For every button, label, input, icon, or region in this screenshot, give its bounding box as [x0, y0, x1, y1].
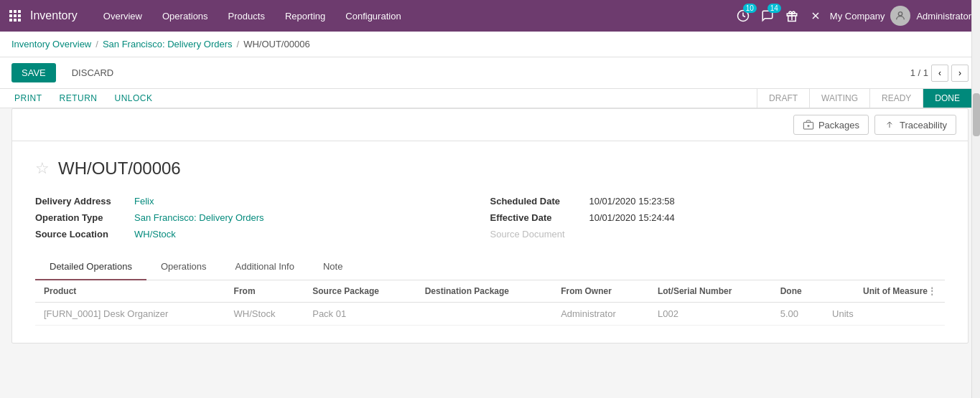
- svg-rect-6: [9, 19, 12, 22]
- effective-date-row: Effective Date 10/01/2020 15:24:44: [490, 212, 946, 223]
- record-title-row: ☆ WH/OUT/00006: [35, 158, 945, 179]
- delivery-address-label: Delivery Address: [35, 196, 129, 207]
- messages-badge: 14: [767, 4, 781, 13]
- col-lot-serial: Lot/Serial Number: [649, 280, 772, 303]
- pagination-text: 1 / 1: [910, 67, 928, 78]
- activity-badge: 10: [743, 4, 757, 13]
- packages-label: Packages: [818, 120, 859, 131]
- svg-rect-1: [14, 10, 17, 13]
- menu-reporting[interactable]: Reporting: [276, 6, 334, 26]
- main-content: Packages Traceability ☆ WH/OUT/00006: [0, 108, 980, 355]
- tab-detailed-operations[interactable]: Detailed Operations: [35, 254, 146, 280]
- form-grid: Delivery Address Felix Operation Type Sa…: [35, 196, 945, 240]
- tab-additional-info[interactable]: Additional Info: [221, 254, 309, 280]
- tab-note[interactable]: Note: [309, 254, 357, 280]
- scheduled-date-label: Scheduled Date: [490, 196, 584, 207]
- app-name: Inventory: [30, 9, 78, 22]
- messages-icon-btn[interactable]: 14: [758, 6, 777, 25]
- svg-rect-2: [18, 10, 21, 13]
- pagination: 1 / 1 ‹ ›: [910, 65, 969, 82]
- operations-table: Product From Source Package Destination …: [35, 280, 945, 326]
- form-left: Delivery Address Felix Operation Type Sa…: [35, 196, 490, 240]
- scheduled-date-row: Scheduled Date 10/01/2020 15:23:58: [490, 196, 946, 207]
- activity-icon-btn[interactable]: 10: [734, 6, 752, 25]
- status-done[interactable]: DONE: [923, 89, 971, 108]
- svg-rect-7: [14, 19, 17, 22]
- source-document-row: Source Document: [490, 229, 946, 240]
- col-product: Product: [35, 280, 225, 303]
- record-title: WH/OUT/00006: [58, 158, 181, 179]
- breadcrumb-delivery[interactable]: San Francisco: Delivery Orders: [103, 39, 233, 49]
- col-done: Done: [772, 280, 823, 303]
- packages-icon: [803, 119, 814, 131]
- effective-date-label: Effective Date: [490, 212, 584, 223]
- navbar-right: 10 14 My Company Administrator: [734, 6, 971, 26]
- status-ready[interactable]: READY: [869, 89, 923, 108]
- svg-point-14: [899, 12, 902, 16]
- operation-type-row: Operation Type San Francisco: Delivery O…: [35, 212, 490, 223]
- col-destination-package: Destination Package: [416, 280, 552, 303]
- packages-button[interactable]: Packages: [793, 115, 869, 135]
- return-button[interactable]: RETURN: [51, 89, 106, 108]
- svg-rect-0: [9, 10, 12, 13]
- breadcrumb-current: WH/OUT/00006: [243, 39, 309, 49]
- col-unit: Unit of Measure ⋮: [823, 280, 945, 303]
- navbar-menu: Overview Operations Products Reporting C…: [95, 6, 734, 26]
- menu-configuration[interactable]: Configuration: [337, 6, 409, 26]
- svg-rect-4: [14, 14, 17, 17]
- admin-name[interactable]: Administrator: [916, 11, 971, 22]
- breadcrumb-inventory[interactable]: Inventory Overview: [11, 39, 91, 49]
- form-right: Scheduled Date 10/01/2020 15:23:58 Effec…: [490, 196, 946, 240]
- col-from: From: [225, 280, 304, 303]
- tab-operations[interactable]: Operations: [146, 254, 221, 280]
- source-location-row: Source Location WH/Stock: [35, 229, 490, 240]
- action-bar: SAVE DISCARD 1 / 1 ‹ ›: [0, 57, 980, 89]
- col-from-owner: From Owner: [552, 280, 649, 303]
- table-menu-icon[interactable]: ⋮: [928, 286, 936, 296]
- source-document-label: Source Document: [490, 229, 584, 240]
- operation-type-label: Operation Type: [35, 212, 129, 223]
- pagination-next[interactable]: ›: [951, 65, 969, 82]
- breadcrumb: Inventory Overview / San Francisco: Deli…: [0, 32, 980, 57]
- menu-products[interactable]: Products: [220, 6, 274, 26]
- unlock-button[interactable]: UNLOCK: [106, 89, 162, 108]
- company-name[interactable]: My Company: [830, 11, 885, 22]
- operation-type-value[interactable]: San Francisco: Delivery Orders: [134, 212, 264, 223]
- navbar: Inventory Overview Operations Products R…: [0, 0, 980, 32]
- traceability-label: Traceability: [900, 120, 947, 131]
- table-row[interactable]: [FURN_0001] Desk OrganizerWH/StockPack 0…: [35, 303, 945, 326]
- scheduled-date-value: 10/01/2020 15:23:58: [589, 196, 675, 207]
- status-bar: DRAFT WAITING READY DONE: [757, 89, 971, 108]
- table-container: Product From Source Package Destination …: [35, 280, 945, 326]
- source-location-label: Source Location: [35, 229, 129, 240]
- close-icon-btn[interactable]: [807, 7, 824, 24]
- gift-icon-btn[interactable]: [783, 6, 801, 25]
- scrollbar-track[interactable]: [971, 0, 980, 355]
- delivery-address-row: Delivery Address Felix: [35, 196, 490, 207]
- grid-icon[interactable]: [9, 9, 22, 22]
- status-draft[interactable]: DRAFT: [757, 89, 809, 108]
- traceability-icon: [884, 119, 895, 131]
- menu-operations[interactable]: Operations: [154, 6, 217, 26]
- svg-rect-3: [9, 14, 12, 17]
- discard-button[interactable]: DISCARD: [62, 63, 124, 82]
- favorite-star[interactable]: ☆: [35, 159, 50, 178]
- save-button[interactable]: SAVE: [11, 63, 56, 82]
- card-top-bar: Packages Traceability: [12, 109, 968, 141]
- svg-rect-5: [18, 14, 21, 17]
- avatar[interactable]: [890, 6, 910, 26]
- traceability-button[interactable]: Traceability: [874, 115, 956, 135]
- delivery-address-value[interactable]: Felix: [134, 196, 154, 207]
- print-button[interactable]: PRINT: [6, 89, 51, 108]
- pagination-prev[interactable]: ‹: [931, 65, 948, 82]
- effective-date-value: 10/01/2020 15:24:44: [589, 212, 675, 223]
- menu-overview[interactable]: Overview: [95, 6, 151, 26]
- record-area: ☆ WH/OUT/00006 Delivery Address Felix Op…: [12, 141, 968, 343]
- status-waiting[interactable]: WAITING: [809, 89, 869, 108]
- tabs-bar: Detailed Operations Operations Additiona…: [35, 254, 945, 280]
- col-source-package: Source Package: [304, 280, 416, 303]
- source-location-value[interactable]: WH/Stock: [134, 229, 176, 240]
- record-card: Packages Traceability ☆ WH/OUT/00006: [11, 108, 969, 343]
- scrollbar-thumb[interactable]: [973, 93, 980, 136]
- svg-rect-8: [18, 19, 21, 22]
